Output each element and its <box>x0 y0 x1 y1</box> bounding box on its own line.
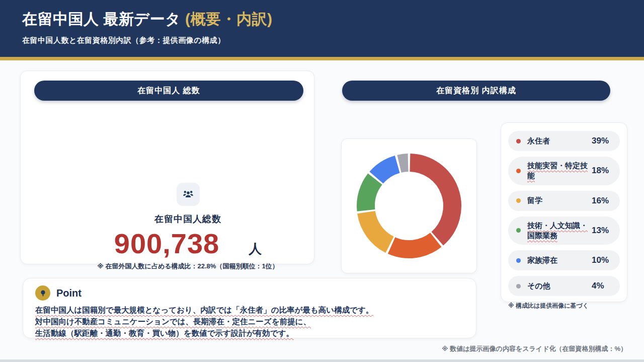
point-line: 対中国向け不動産コミュニケーションでは、長期滞在・定住ニーズを前提に、 <box>35 316 464 328</box>
total-number-row: 900,738 人 <box>41 227 335 260</box>
legend-item: 留学16% <box>508 191 620 211</box>
legend-value: 13% <box>592 226 609 236</box>
donut-chart <box>356 153 462 259</box>
legend-value: 39% <box>592 136 609 146</box>
lightbulb-icon <box>35 285 50 301</box>
page-subtitle: 在留中国人数と在留資格別内訳（参考：提供画像の構成） <box>22 36 622 45</box>
slide: 在留中国人 最新データ (概要・内訳) 在留中国人数と在留資格別内訳（参考：提供… <box>0 0 644 362</box>
point-line: 生活動線（駅距離・通勤・教育・買い物）を数値で示す設計が有効です。 <box>35 328 464 339</box>
legend-list: 永住者39%技能実習・特定技能18%留学16%技術・人文知識・国際業務13%家族… <box>508 131 620 296</box>
total-card-body: 在留中国人総数 900,738 人 ※ 在留外国人数に占める構成比：22.8%（… <box>41 172 335 271</box>
people-group-icon <box>177 183 200 206</box>
legend-card: 永住者39%技能実習・特定技能18%留学16%技術・人文知識・国際業務13%家族… <box>501 122 627 302</box>
point-card: Point 在留中国人は国籍別で最大規模となっており、内訳では「永住者」の比率が… <box>23 278 476 338</box>
legend-label: 技術・人文知識・国際業務 <box>527 221 592 241</box>
legend-dot-icon <box>516 228 521 233</box>
donut-chart-card <box>341 138 477 273</box>
legend-label: 技能実習・特定技能 <box>527 161 592 181</box>
legend-item: 永住者39% <box>508 131 620 151</box>
page-title: 在留中国人 最新データ (概要・内訳) <box>22 9 622 30</box>
legend-dot-icon <box>516 169 521 173</box>
legend-value: 16% <box>592 196 609 206</box>
page-title-main: 在留中国人 最新データ <box>22 11 185 27</box>
legend-value: 4% <box>592 281 604 291</box>
footer-note: ※ 数値は提示画像の内容をスライド化（在留資格別構成：%） <box>442 344 627 353</box>
legend-item: その他4% <box>508 276 620 296</box>
donut-segment-1 <box>391 240 436 249</box>
legend-label: その他 <box>527 281 592 291</box>
section-pill-total: 在留中国人 総数 <box>34 81 303 101</box>
section-pill-breakdown: 在留資格別 内訳構成 <box>342 81 610 101</box>
total-unit: 人 <box>249 240 262 258</box>
donut-segment-4 <box>376 164 397 177</box>
legend-value: 18% <box>592 166 609 176</box>
total-value: 900,738 <box>114 227 219 260</box>
legend-label: 永住者 <box>527 136 592 146</box>
legend-item: 家族滞在10% <box>508 250 620 270</box>
legend-label: 留学 <box>527 195 592 205</box>
header: 在留中国人 最新データ (概要・内訳) 在留中国人数と在留資格別内訳（参考：提供… <box>0 0 644 57</box>
total-note: ※ 在留外国人数に占める構成比：22.8%（国籍別順位：1位） <box>41 262 335 271</box>
donut-segment-0 <box>410 163 452 239</box>
donut-segment-5 <box>399 163 409 164</box>
donut-segment-2 <box>366 212 390 245</box>
legend-item: 技能実習・特定技能18% <box>508 157 620 185</box>
point-title: Point <box>56 287 82 299</box>
legend-dot-icon <box>516 139 521 143</box>
total-label: 在留中国人総数 <box>41 213 335 225</box>
gold-divider <box>0 57 644 60</box>
legend-dot-icon <box>516 284 521 288</box>
point-text: 在留中国人は国籍別で最大規模となっており、内訳では「永住者」の比率が最も高い構成… <box>35 305 464 339</box>
legend-note: ※ 構成比は提供画像に基づく <box>508 302 620 310</box>
legend-dot-icon <box>516 258 521 263</box>
point-line: 在留中国人は国籍別で最大規模となっており、内訳では「永住者」の比率が最も高い構成… <box>35 305 464 316</box>
bottom-edge-bar <box>0 359 644 362</box>
legend-item: 技術・人文知識・国際業務13% <box>508 216 620 245</box>
page-title-accent: (概要・内訳) <box>185 11 272 27</box>
donut-segment-3 <box>366 179 375 210</box>
legend-value: 10% <box>592 255 609 265</box>
legend-dot-icon <box>516 198 521 203</box>
legend-label: 家族滞在 <box>527 255 592 265</box>
